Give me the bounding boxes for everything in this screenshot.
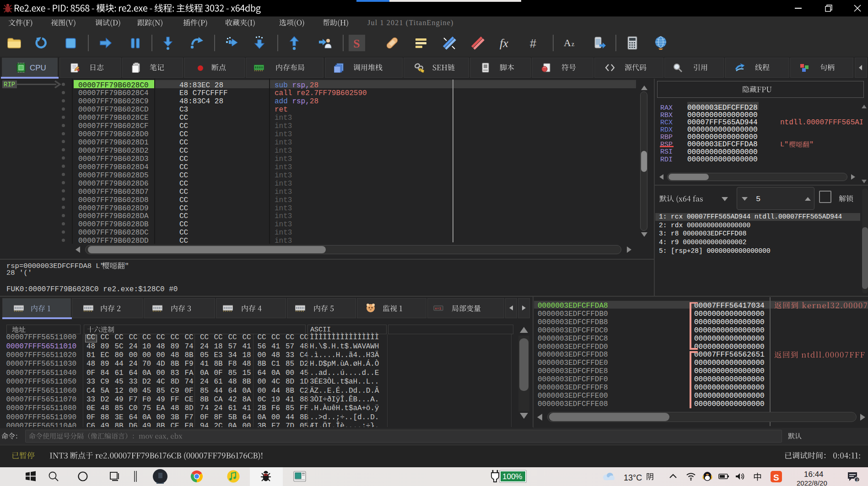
svg-text:!: ! xyxy=(420,69,421,73)
svg-text:64: 64 xyxy=(264,473,268,476)
svg-text:x=1: x=1 xyxy=(435,306,442,310)
svg-text:2: 2 xyxy=(856,478,858,482)
